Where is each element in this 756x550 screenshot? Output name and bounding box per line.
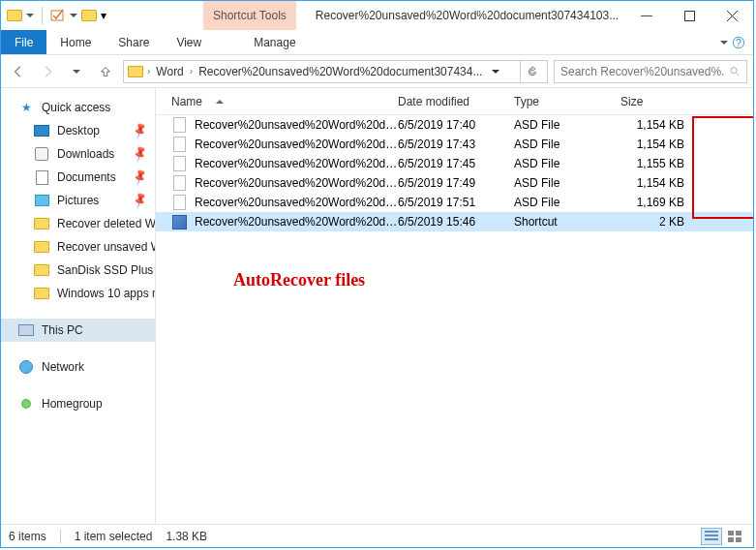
documents-icon (34, 169, 49, 185)
nav-documents[interactable]: Documents📌 (1, 166, 155, 189)
qat-customize-icon[interactable]: ▾ (101, 9, 106, 22)
file-row[interactable]: Recover%20unsaved%20Word%20docu...6/5/20… (156, 154, 753, 173)
svg-rect-6 (705, 531, 718, 533)
status-selected-count: 1 item selected (75, 530, 153, 543)
status-bar: 6 items 1 item selected 1.38 KB (1, 524, 753, 547)
pin-icon: 📌 (131, 168, 150, 187)
file-date: 6/5/2019 17:43 (398, 138, 514, 151)
window-title: Recover%20unsaved%20Word%20document30743… (316, 9, 619, 22)
file-name: Recover%20unsaved%20Word%20docu... (195, 118, 398, 132)
tab-view[interactable]: View (163, 30, 215, 54)
svg-text:?: ? (736, 36, 741, 47)
breadcrumb-current[interactable]: Recover%20unsaved%20Word%20document30743… (197, 65, 484, 78)
forward-button[interactable] (36, 60, 59, 83)
tab-home[interactable]: Home (46, 30, 105, 54)
file-rows: AutoRecover files Recover%20unsaved%20Wo… (156, 115, 753, 524)
svg-line-5 (737, 73, 740, 76)
tab-share[interactable]: Share (105, 30, 163, 54)
file-type: Shortcut (514, 215, 620, 229)
file-row[interactable]: Recover%20unsaved%20Word%20docu...6/5/20… (156, 193, 753, 212)
svg-rect-12 (736, 537, 741, 542)
file-date: 6/5/2019 17:40 (398, 118, 514, 132)
nav-folder[interactable]: Windows 10 apps m (1, 282, 155, 305)
back-button[interactable] (7, 60, 30, 83)
nav-label: Quick access (42, 101, 110, 114)
file-size: 1,154 KB (620, 138, 698, 151)
up-button[interactable] (94, 60, 117, 83)
column-name[interactable]: Name (156, 95, 398, 108)
ribbon-expand-icon[interactable] (720, 41, 728, 45)
breadcrumb-separator[interactable]: › (190, 66, 193, 76)
nav-this-pc[interactable]: This PC (1, 319, 155, 342)
file-row[interactable]: Recover%20unsaved%20Word%20docu...6/5/20… (156, 115, 753, 135)
column-type[interactable]: Type (514, 95, 620, 108)
file-size: 1,154 KB (620, 176, 698, 190)
file-row[interactable]: Recover%20unsaved%20Word%20docu...6/5/20… (156, 173, 753, 193)
ribbon-tabs: File Home Share View Manage ? (1, 30, 753, 55)
nav-network[interactable]: Network (1, 355, 155, 379)
nav-quick-access[interactable]: ★ Quick access (1, 96, 155, 119)
desktop-icon (34, 123, 49, 138)
tab-manage[interactable]: Manage (240, 30, 309, 54)
properties-checkbox-icon[interactable] (50, 8, 66, 23)
details-view-button[interactable] (701, 528, 722, 545)
folder-icon (34, 262, 49, 278)
nav-homegroup[interactable]: Homegroup (1, 392, 155, 415)
downloads-icon (34, 146, 49, 162)
separator (42, 7, 43, 24)
address-bar[interactable]: › Word › Recover%20unsaved%20Word%20docu… (123, 60, 548, 83)
navigation-pane: ★ Quick access Desktop📌 Downloads📌 Docum… (1, 88, 156, 524)
minimize-button[interactable]: — (625, 2, 668, 29)
file-name: Recover%20unsaved%20Word%20docu... (195, 176, 398, 190)
column-date[interactable]: Date modified (398, 95, 514, 108)
network-icon (18, 359, 34, 375)
nav-downloads[interactable]: Downloads📌 (1, 142, 155, 166)
file-name: Recover%20unsaved%20Word%20docu... (195, 157, 398, 170)
svg-rect-8 (705, 538, 718, 540)
search-box[interactable] (554, 60, 747, 83)
separator (60, 530, 61, 543)
annotation-text: AutoRecover files (233, 270, 365, 290)
status-item-count: 6 items (9, 530, 46, 543)
file-date: 6/5/2019 15:46 (398, 215, 514, 229)
file-icon (171, 156, 187, 171)
nav-folder[interactable]: Recover deleted Wo (1, 212, 155, 235)
maximize-button[interactable] (668, 2, 711, 29)
large-icons-view-button[interactable] (724, 528, 745, 545)
qat-dropdown-icon[interactable] (26, 14, 34, 17)
close-button[interactable] (711, 2, 753, 29)
nav-pictures[interactable]: Pictures📌 (1, 189, 155, 212)
column-size[interactable]: Size (620, 95, 698, 108)
column-headers: Name Date modified Type Size (156, 88, 753, 115)
address-folder-icon (128, 64, 143, 79)
recent-locations-dropdown[interactable] (65, 60, 88, 83)
search-input[interactable] (560, 65, 724, 78)
qat-history-dropdown-icon[interactable] (70, 14, 77, 17)
file-type: ASD File (514, 157, 620, 170)
file-icon (171, 137, 187, 152)
nav-folder[interactable]: Recover unsaved W (1, 235, 155, 259)
star-icon: ★ (18, 100, 34, 115)
file-list: Name Date modified Type Size AutoRecover… (156, 88, 753, 524)
new-folder-icon[interactable] (81, 8, 97, 23)
file-row[interactable]: Recover%20unsaved%20Word%20docu...6/5/20… (156, 135, 753, 154)
svg-rect-9 (728, 531, 734, 535)
file-date: 6/5/2019 17:51 (398, 196, 514, 209)
file-icon (171, 117, 187, 133)
help-icon[interactable]: ? (732, 36, 745, 49)
folder-icon (34, 239, 49, 255)
file-row[interactable]: Recover%20unsaved%20Word%20docu...6/5/20… (156, 212, 753, 231)
breadcrumb-word[interactable]: Word (154, 65, 185, 78)
tab-file[interactable]: File (1, 30, 46, 54)
nav-folder[interactable]: SanDisk SSD Plus (1, 259, 155, 282)
svg-point-4 (731, 67, 737, 73)
homegroup-icon (18, 396, 34, 412)
contextual-tab-shortcut-tools[interactable]: Shortcut Tools (203, 1, 296, 30)
breadcrumb-separator[interactable]: › (147, 66, 150, 76)
nav-desktop[interactable]: Desktop📌 (1, 119, 155, 142)
explorer-window: ▾ Shortcut Tools Recover%20unsaved%20Wor… (0, 0, 754, 548)
address-dropdown-icon[interactable] (488, 70, 503, 74)
body: ★ Quick access Desktop📌 Downloads📌 Docum… (1, 88, 753, 524)
thispc-icon (18, 322, 34, 338)
refresh-button[interactable] (520, 60, 543, 83)
